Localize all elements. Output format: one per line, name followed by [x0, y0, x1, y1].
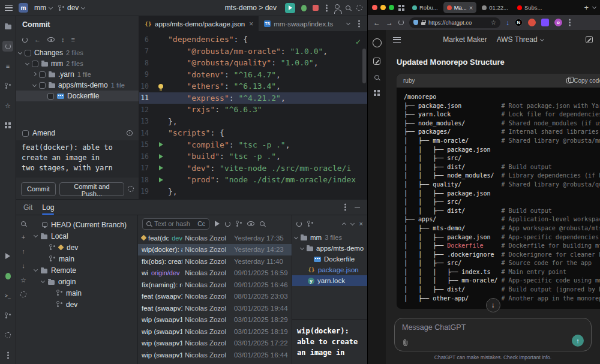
new-tab-button[interactable]: +: [584, 3, 589, 12]
stop-button[interactable]: [313, 5, 319, 11]
branches-settings-icon[interactable]: [20, 291, 26, 297]
maximize-window-icon[interactable]: [389, 5, 394, 10]
commit-row[interactable]: feat (swaapv1):Nicolas Zozol08/01/2025 2…: [138, 291, 292, 303]
code-line[interactable]: 18 "prod": "node ./dist/mm-oracle/index: [139, 174, 367, 186]
run-script-icon[interactable]: [154, 154, 168, 159]
main-menu-icon[interactable]: [5, 5, 13, 11]
code-line[interactable]: 11 "express": "^4.21.2",: [139, 92, 367, 104]
search-everywhere-icon[interactable]: [346, 5, 350, 10]
changed-file-row[interactable]: Dockerfile: [292, 254, 367, 264]
update-icon[interactable]: ↓: [22, 263, 25, 269]
chevron-up-icon[interactable]: [342, 222, 346, 226]
commit-tool-icon[interactable]: [2, 41, 13, 52]
commit-row[interactable]: wip (swaapv1):Nicolas Zozol03/01/2025 18…: [138, 326, 292, 338]
browser-tab[interactable]: Robu...: [409, 2, 442, 13]
changes-row[interactable]: mm2 files: [16, 58, 139, 69]
debug-button[interactable]: [301, 5, 307, 11]
changed-file-row[interactable]: apps/mts-demo: [292, 243, 367, 254]
profile-avatar[interactable]: o: [554, 19, 562, 26]
code-line[interactable]: 14"scripts": {: [139, 127, 367, 139]
minimize-icon[interactable]: [355, 207, 360, 208]
tab-index-ts[interactable]: TS mm-swaap/index.ts: [259, 16, 338, 31]
tab-git[interactable]: Git: [23, 200, 32, 215]
code-line[interactable]: 12 "rxjs": "^6.6.3": [139, 104, 367, 116]
commit-row[interactable]: feat(dcdevNicolas ZozolYesterday 17:35: [138, 232, 292, 244]
close-tab-icon[interactable]: ×: [249, 20, 253, 28]
new-branch-icon[interactable]: +: [22, 234, 25, 240]
changes-row[interactable]: .yarn1 file: [16, 69, 139, 80]
intention-bulb-icon[interactable]: [154, 84, 168, 89]
bookmark-star-icon[interactable]: ☆: [491, 19, 496, 26]
terminal-tool-icon[interactable]: >_: [2, 290, 13, 301]
chevron-down-icon[interactable]: [25, 61, 29, 65]
notion-extension-icon[interactable]: N: [515, 19, 523, 26]
tab-log[interactable]: Log: [42, 200, 54, 215]
zoom-icon[interactable]: [260, 221, 265, 226]
inspections-ok-icon[interactable]: ✓: [355, 38, 361, 46]
history-icon[interactable]: [127, 130, 133, 136]
code-line[interactable]: 17 "dev": "vite-node ./src/mm-oracle/i: [139, 163, 367, 175]
code-line[interactable]: 9 "dotenv": "^16.4.7",: [139, 69, 367, 81]
chevron-down-icon[interactable]: [34, 233, 38, 237]
branch-selector[interactable]: dev: [58, 4, 85, 12]
scroll-to-bottom-button[interactable]: ↓: [486, 298, 500, 312]
services-icon[interactable]: [2, 120, 13, 131]
search-chats-icon[interactable]: [374, 75, 379, 80]
changes-row[interactable]: Changes2 files: [16, 47, 139, 58]
git-tool-icon[interactable]: [2, 310, 13, 321]
chevron-down-icon[interactable]: [32, 82, 37, 86]
commit-row[interactable]: feat (swaapv1):Nicolas Zozol03/01/2025 1…: [138, 302, 292, 314]
minimize-window-icon[interactable]: [380, 5, 386, 10]
ide-settings-icon[interactable]: [2, 330, 13, 341]
push-icon[interactable]: ↑: [22, 248, 25, 255]
view-options-icon[interactable]: [247, 221, 254, 226]
browser-menu-icon[interactable]: [569, 22, 571, 23]
changes-row[interactable]: apps/mts-demo1 file: [16, 80, 139, 91]
code-line[interactable]: 13},: [139, 116, 367, 128]
commit-row[interactable]: wiorigin/devNicolas Zozol09/01/2025 16:5…: [138, 267, 292, 279]
pull-requests-icon[interactable]: [2, 80, 13, 91]
branch-row[interactable]: main: [31, 287, 137, 299]
compare-icon[interactable]: [307, 221, 313, 227]
rollback-icon[interactable]: ←: [34, 37, 41, 43]
code-line[interactable]: 7 "@robusta/mm-oracle": "1.0.0",: [139, 46, 367, 58]
close-pane-icon[interactable]: ×: [359, 221, 363, 227]
checkbox[interactable]: [39, 71, 46, 78]
changed-file-row[interactable]: mm3 files: [292, 232, 367, 243]
project-selector[interactable]: mm: [34, 4, 52, 12]
extension-icon[interactable]: [528, 19, 536, 26]
commit-and-push-button[interactable]: Commit and Push...: [59, 182, 124, 196]
chevron-down-icon[interactable]: [350, 221, 355, 225]
tab-package-json[interactable]: {} apps/mts-demo/package.json ×: [139, 16, 259, 31]
checkbox[interactable]: [39, 82, 46, 89]
gpt-name[interactable]: Market Maker: [443, 35, 487, 44]
run-tool-icon[interactable]: [2, 251, 13, 261]
problems-tool-icon[interactable]: [2, 270, 13, 281]
chatgpt-logo-icon[interactable]: [373, 38, 382, 47]
code-line[interactable]: 8 "@robusta/quality": "1.0.0",: [139, 57, 367, 69]
more-tools-icon[interactable]: [2, 350, 13, 360]
expand-all-icon[interactable]: ↕: [61, 37, 65, 43]
commit-row[interactable]: fix(obs): creatinNicolas ZozolYesterday …: [138, 255, 292, 267]
refresh-icon[interactable]: [22, 37, 28, 43]
browser-tab[interactable]: Ma...×: [443, 2, 477, 13]
branch-row[interactable]: dev: [31, 299, 137, 310]
sidebar-toggle-icon[interactable]: [393, 37, 401, 43]
run-script-icon[interactable]: [154, 178, 168, 182]
commit-row[interactable]: wip (swaapv1):Nicolas Zozol03/01/2025 17…: [138, 338, 292, 350]
chevron-down-icon[interactable]: [34, 267, 38, 272]
branch-row[interactable]: origin: [31, 276, 137, 287]
changed-file-row[interactable]: {}package.json: [292, 264, 367, 275]
search-icon[interactable]: [21, 221, 26, 226]
run-script-icon[interactable]: [154, 166, 168, 170]
code-line[interactable]: 16 "build": "tsc -p .",: [139, 151, 367, 163]
checkbox[interactable]: [32, 61, 38, 67]
run-script-icon[interactable]: [154, 142, 168, 147]
more-actions-icon[interactable]: [326, 7, 328, 9]
checkbox[interactable]: [47, 93, 54, 100]
user-icon[interactable]: [335, 4, 340, 9]
commit-message-input[interactable]: feat(docker): able to create an image in…: [16, 140, 139, 178]
commit-row[interactable]: fix(naming): rerNicolas Zozol09/01/2025 …: [138, 279, 292, 291]
branch-row[interactable]: HEAD (Current Branch): [31, 219, 137, 230]
chevron-down-icon[interactable]: [300, 245, 304, 249]
